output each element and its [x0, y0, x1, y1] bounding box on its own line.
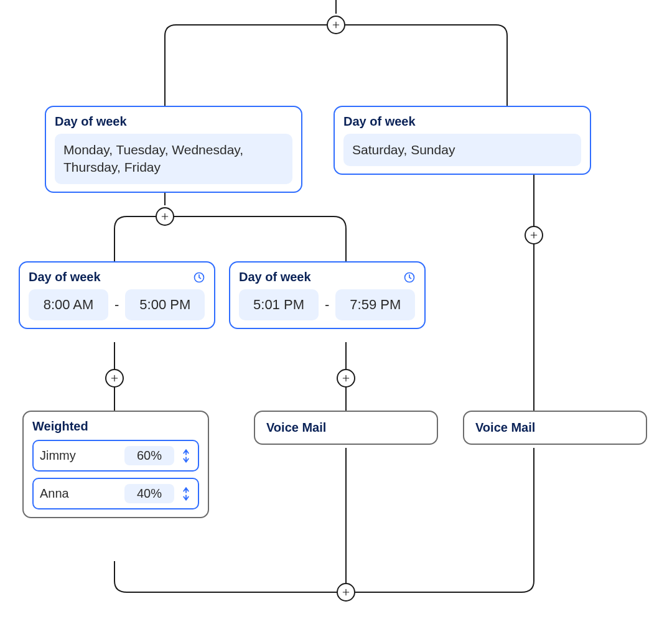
node-title: Day of week: [343, 114, 416, 129]
plus-icon: [342, 588, 350, 597]
voicemail-node[interactable]: Voice Mail: [463, 411, 647, 445]
add-node-button[interactable]: [337, 583, 355, 602]
weighted-percent-input[interactable]: 60%: [124, 446, 174, 465]
weighted-distribution-node[interactable]: Weighted Jimmy 60% Anna 40%: [22, 411, 209, 518]
node-title: Day of week: [239, 270, 311, 284]
weighted-row[interactable]: Anna 40%: [32, 478, 199, 509]
reorder-icon[interactable]: [180, 448, 192, 464]
plus-icon: [530, 231, 538, 239]
time-separator: -: [114, 297, 119, 313]
weighted-name: Jimmy: [40, 449, 76, 463]
node-title: Day of week: [55, 114, 127, 129]
time-start-input[interactable]: 5:01 PM: [239, 289, 319, 320]
plus-icon: [342, 374, 350, 383]
node-title: Day of week: [29, 270, 101, 284]
weighted-name: Anna: [40, 486, 69, 501]
weighted-percent-input[interactable]: 40%: [124, 484, 174, 503]
weighted-row[interactable]: Jimmy 60%: [32, 440, 199, 472]
plus-icon: [332, 21, 340, 29]
day-of-week-node-weekdays[interactable]: Day of week Monday, Tuesday, Wednesday, …: [45, 106, 302, 193]
node-title: Weighted: [32, 419, 88, 434]
add-node-button[interactable]: [525, 226, 543, 244]
flow-canvas[interactable]: Day of week Monday, Tuesday, Wednesday, …: [0, 0, 672, 637]
node-title: Voice Mail: [266, 421, 326, 434]
time-range-node-a[interactable]: Day of week 8:00 AM - 5:00 PM: [19, 261, 215, 329]
time-end-input[interactable]: 7:59 PM: [335, 289, 415, 320]
day-selection-value[interactable]: Saturday, Sunday: [343, 134, 581, 166]
add-node-button[interactable]: [327, 16, 345, 34]
add-node-button[interactable]: [105, 369, 124, 388]
add-node-button[interactable]: [337, 369, 355, 388]
day-selection-value[interactable]: Monday, Tuesday, Wednesday, Thursday, Fr…: [55, 134, 292, 184]
time-end-input[interactable]: 5:00 PM: [125, 289, 205, 320]
time-start-input[interactable]: 8:00 AM: [29, 289, 108, 320]
clock-icon: [403, 271, 416, 284]
plus-icon: [110, 374, 119, 383]
reorder-icon[interactable]: [180, 486, 192, 502]
time-separator: -: [325, 297, 329, 313]
plus-icon: [161, 212, 169, 221]
add-node-button[interactable]: [156, 207, 174, 226]
clock-icon: [193, 271, 205, 284]
day-of-week-node-weekend[interactable]: Day of week Saturday, Sunday: [334, 106, 591, 175]
time-range-node-b[interactable]: Day of week 5:01 PM - 7:59 PM: [229, 261, 426, 329]
node-title: Voice Mail: [475, 421, 535, 434]
voicemail-node[interactable]: Voice Mail: [254, 411, 438, 445]
